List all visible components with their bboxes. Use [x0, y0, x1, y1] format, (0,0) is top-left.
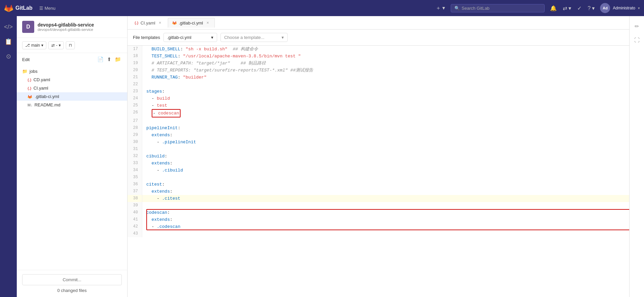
- template-selected-value: .gitlab-ci.yml: [167, 35, 191, 40]
- avatar-chevron[interactable]: ▾: [638, 6, 640, 10]
- editor-line-25: 25 - test: [128, 102, 644, 109]
- codescan-stage-highlight: - codescan: [152, 109, 181, 117]
- branch-chevron: ▾: [41, 43, 43, 48]
- new-file-button[interactable]: 📄: [97, 56, 104, 63]
- tab-gitlab-ci-label: .gitlab-ci.yml: [179, 20, 203, 26]
- branch-name: main: [31, 43, 40, 48]
- editor-line-28: 28 pipelineInit:: [128, 125, 644, 132]
- folder-jobs[interactable]: 📁 jobs: [17, 67, 127, 76]
- tab-ci-yaml[interactable]: {.} CI.yaml ×: [130, 18, 167, 28]
- commit-button[interactable]: Commit...: [22, 274, 122, 285]
- editor-line-43: 43: [128, 230, 644, 237]
- edit-actions: 📄 ⬆ 📁: [97, 56, 122, 63]
- sidebar-edit-bar: Edit 📄 ⬆ 📁: [17, 53, 127, 66]
- editor-line-37: 37 extends:: [128, 188, 644, 195]
- new-button[interactable]: ＋ ▾: [433, 3, 448, 14]
- tab-ci-yaml-label: CI.yaml: [141, 20, 155, 26]
- menu-button[interactable]: ☰ Menu: [37, 4, 58, 12]
- project-info: devops4-gitlablib-service devops4/devops…: [38, 22, 94, 32]
- tab-yaml-icon: {.}: [135, 21, 139, 25]
- editor-line-26: 26 - codescan: [128, 109, 644, 117]
- expand-icon[interactable]: ⛶: [631, 34, 643, 46]
- history-button[interactable]: ⊓: [66, 41, 75, 49]
- editor-line-38: 38 - .citest: [128, 195, 644, 202]
- gitlab-logo[interactable]: GitLab: [4, 3, 33, 13]
- new-folder-button[interactable]: 📁: [114, 56, 122, 63]
- editor-line-40: 40 codescan:: [128, 209, 644, 216]
- project-sidebar: D devops4-gitlablib-service devops4/devo…: [17, 16, 128, 297]
- file-name-gitlab-ci: .gitlab-ci.yml: [35, 94, 59, 99]
- file-readme[interactable]: M↓ README.md: [17, 101, 127, 109]
- tab-gitlab-ci-close[interactable]: ×: [205, 20, 210, 26]
- issues-icon[interactable]: ✓: [575, 3, 584, 13]
- upload-button[interactable]: ⬆: [106, 56, 112, 63]
- user-name[interactable]: Administrato: [613, 6, 635, 10]
- codescan-block-wrapper: 40 codescan: 41 extends: 42 - .codescan: [128, 209, 644, 230]
- editor-line-22: 22: [128, 81, 644, 88]
- left-icon-strip: </> 📋 ⊙: [0, 16, 17, 297]
- gitlab-file-icon: [28, 94, 32, 99]
- editor-line-33: 33 extends:: [128, 160, 644, 167]
- user-avatar[interactable]: Ad: [600, 3, 610, 13]
- hamburger-icon: ☰: [39, 6, 43, 11]
- template-label: File templates: [133, 35, 160, 40]
- template-bar: File templates .gitlab-ci.yml ▾ Choose a…: [128, 30, 644, 46]
- menu-label: Menu: [45, 6, 56, 11]
- template-choose-chevron: ▾: [282, 35, 284, 40]
- search-placeholder: Search GitLab: [462, 6, 490, 11]
- history-icon: ⊓: [69, 43, 72, 48]
- right-icon-strip: ✏ ⛶: [629, 16, 644, 297]
- editor-line-34: 34 - .cibuild: [128, 167, 644, 174]
- edit-label: Edit: [22, 57, 30, 62]
- file-cd-yaml[interactable]: {.} CD.yaml: [17, 76, 127, 84]
- template-choose-select[interactable]: Choose a template... ▾: [220, 33, 288, 42]
- editor-line-42: 42 - .codescan: [128, 223, 644, 230]
- help-icon[interactable]: ? ▾: [585, 3, 597, 13]
- sidebar-toolbar: ⎇ main ▾ ⇄ - ▾ ⊓: [17, 38, 127, 53]
- editor-line-41: 41 extends:: [128, 216, 644, 223]
- template-choose-placeholder: Choose a template...: [224, 35, 264, 40]
- file-name-cd: CD.yaml: [34, 77, 50, 82]
- editor-line-27: 27: [128, 117, 644, 125]
- project-avatar: D: [22, 21, 34, 33]
- file-ci-yaml[interactable]: {.} CI.yaml: [17, 84, 127, 92]
- search-icon: 🔍: [454, 6, 460, 11]
- compare-button[interactable]: ⇄ - ▾: [48, 41, 64, 49]
- main-content: {.} CI.yaml × .gitlab-ci.yml × File temp…: [128, 16, 644, 297]
- tab-ci-yaml-close[interactable]: ×: [157, 20, 163, 26]
- editor-line-30: 30 - .pipelineInit: [128, 139, 644, 146]
- file-name-readme: README.md: [35, 102, 60, 107]
- template-chevron: ▾: [211, 35, 213, 40]
- editor-line-19: 19 # ARTIFACT_PATH: "target/*jar" ## 制品路…: [128, 60, 644, 67]
- notifications-icon[interactable]: 🔔: [547, 3, 559, 13]
- merge-requests-icon[interactable]: ⇄ ▾: [560, 3, 574, 13]
- editor-line-23: 23 stages:: [128, 88, 644, 95]
- pencil-icon[interactable]: ✏: [631, 20, 643, 32]
- file-name-ci: CI.yaml: [34, 86, 48, 91]
- editor-line-31: 31: [128, 146, 644, 153]
- gitlab-text: GitLab: [15, 5, 33, 11]
- tab-gitlab-ci[interactable]: .gitlab-ci.yml ×: [168, 18, 215, 28]
- git-icon[interactable]: ⊙: [2, 50, 15, 63]
- search-bar[interactable]: 🔍 Search GitLab: [451, 4, 545, 12]
- editor-line-36: 36 citest:: [128, 181, 644, 188]
- issues-strip-icon[interactable]: 📋: [2, 35, 15, 48]
- project-path: devops4/devops4-gitlablib-service: [38, 28, 94, 32]
- folder-name: jobs: [30, 69, 38, 74]
- project-name[interactable]: devops4-gitlablib-service: [38, 22, 94, 28]
- editor-line-32: 32 cibuild:: [128, 153, 644, 160]
- sidebar-footer: Commit... 0 changed files: [17, 270, 127, 297]
- template-file-select[interactable]: .gitlab-ci.yml ▾: [163, 33, 217, 42]
- nav-icons: 🔔 ⇄ ▾ ✓ ? ▾: [547, 3, 598, 13]
- editor-line-21: 21 RUNNER_TAG: "builder": [128, 74, 644, 81]
- editor-line-39: 39: [128, 202, 644, 209]
- code-editor[interactable]: 17 BUILD_SHELL: "sh -x build.sh" ## 构建命令…: [128, 46, 644, 297]
- md-icon: M↓: [28, 103, 33, 107]
- code-icon[interactable]: </>: [2, 20, 15, 34]
- branch-selector[interactable]: ⎇ main ▾: [22, 41, 46, 49]
- yaml-icon-cd: {.}: [28, 78, 32, 82]
- yaml-icon-ci: {.}: [28, 86, 32, 90]
- file-gitlab-ci[interactable]: .gitlab-ci.yml: [17, 92, 127, 101]
- tab-gitlab-icon: [172, 20, 177, 25]
- editor-line-20: 20 # TEST_REPORTS: "target/surefire-repo…: [128, 67, 644, 74]
